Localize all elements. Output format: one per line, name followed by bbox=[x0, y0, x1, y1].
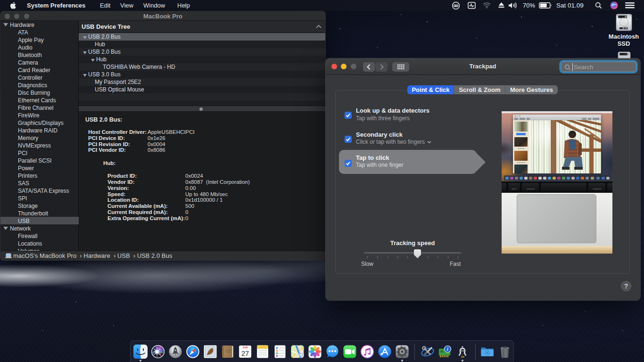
svg-text:27: 27 bbox=[241, 350, 249, 357]
svg-text:i: i bbox=[447, 346, 448, 352]
svg-text:JUN: JUN bbox=[242, 346, 248, 349]
